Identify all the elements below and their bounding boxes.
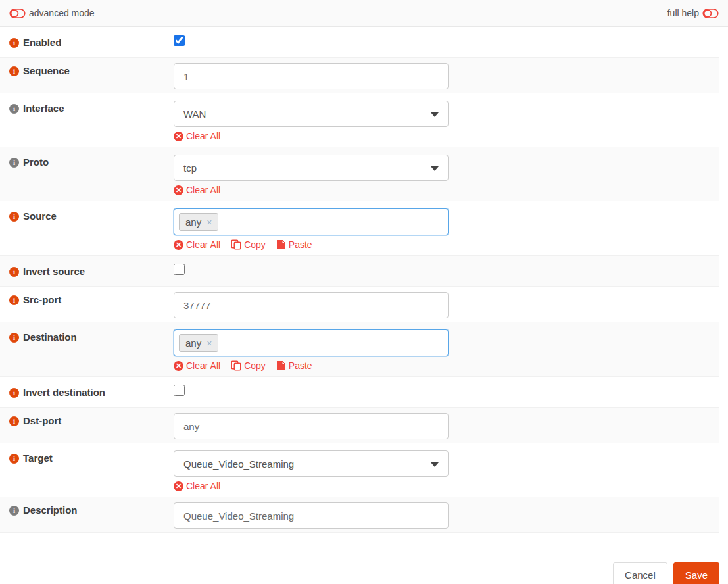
paste-icon bbox=[276, 239, 286, 250]
info-icon[interactable]: i bbox=[9, 38, 19, 48]
target-select[interactable]: Queue_Video_Streaming bbox=[174, 450, 449, 477]
enabled-checkbox[interactable] bbox=[174, 35, 185, 46]
target-label: Target bbox=[23, 452, 53, 465]
enabled-label: Enabled bbox=[23, 36, 61, 49]
interface-selected-value: WAN bbox=[183, 109, 206, 120]
chevron-down-icon bbox=[431, 166, 439, 171]
description-label: Description bbox=[23, 504, 78, 517]
info-icon[interactable]: i bbox=[9, 333, 19, 343]
chevron-down-icon bbox=[431, 112, 439, 117]
info-icon[interactable]: i bbox=[9, 267, 19, 277]
sequence-input[interactable] bbox=[174, 63, 449, 89]
row-enabled: i Enabled bbox=[0, 27, 719, 58]
row-invert-source: i Invert source bbox=[0, 256, 719, 287]
chevron-down-icon bbox=[431, 462, 439, 467]
times-circle-icon: ✕ bbox=[174, 240, 183, 250]
full-help-toggle[interactable]: full help bbox=[667, 8, 719, 19]
footer-actions: Cancel Save bbox=[0, 547, 728, 584]
info-icon[interactable]: i bbox=[9, 454, 19, 464]
times-circle-icon: ✕ bbox=[174, 481, 183, 491]
proto-label: Proto bbox=[23, 156, 49, 169]
field-label-invert-destination: i Invert destination bbox=[0, 385, 174, 399]
row-proto: i Proto tcp ✕ Clear All bbox=[0, 147, 719, 201]
interface-clear-all-link[interactable]: ✕ Clear All bbox=[174, 131, 220, 141]
cancel-button[interactable]: Cancel bbox=[613, 562, 667, 584]
info-icon[interactable]: i bbox=[9, 388, 19, 398]
proto-clear-all-link[interactable]: ✕ Clear All bbox=[174, 185, 220, 195]
paste-icon bbox=[276, 360, 286, 371]
src-port-label: Src-port bbox=[23, 293, 61, 306]
field-label-enabled: i Enabled bbox=[0, 35, 174, 49]
destination-label: Destination bbox=[23, 331, 77, 344]
row-source: i Source any × ✕ Clear All bbox=[0, 201, 719, 256]
row-destination: i Destination any × ✕ Clear All bbox=[0, 322, 719, 377]
source-clear-all-link[interactable]: ✕ Clear All bbox=[174, 239, 220, 250]
invert-destination-label: Invert destination bbox=[23, 386, 105, 399]
times-circle-icon: ✕ bbox=[174, 361, 183, 371]
invert-source-label: Invert source bbox=[23, 265, 85, 278]
row-src-port: i Src-port bbox=[0, 287, 719, 322]
field-label-invert-source: i Invert source bbox=[0, 264, 174, 278]
field-label-description: i Description bbox=[0, 502, 174, 517]
proto-select[interactable]: tcp bbox=[174, 155, 449, 181]
interface-select[interactable]: WAN bbox=[174, 101, 449, 127]
advanced-mode-toggle[interactable]: advanced mode bbox=[9, 8, 95, 19]
dst-port-label: Dst-port bbox=[23, 414, 61, 427]
field-label-proto: i Proto bbox=[0, 155, 174, 169]
source-label: Source bbox=[23, 210, 57, 223]
invert-destination-checkbox[interactable] bbox=[174, 385, 185, 396]
destination-tags-input[interactable]: any × bbox=[174, 329, 449, 356]
advanced-mode-label: advanced mode bbox=[29, 8, 95, 18]
row-dst-port: i Dst-port bbox=[0, 408, 719, 443]
row-target: i Target Queue_Video_Streaming ✕ Clear A… bbox=[0, 443, 719, 497]
interface-label: Interface bbox=[23, 102, 64, 115]
target-clear-all-link[interactable]: ✕ Clear All bbox=[174, 481, 220, 491]
src-port-input[interactable] bbox=[174, 292, 449, 318]
copy-icon bbox=[231, 239, 241, 250]
options-bar: advanced mode full help bbox=[0, 0, 728, 27]
field-label-destination: i Destination bbox=[0, 329, 174, 344]
info-icon[interactable]: i bbox=[9, 416, 19, 426]
rule-edit-form: i Enabled i Sequence i Interface WAN bbox=[0, 27, 719, 533]
times-circle-icon: ✕ bbox=[174, 132, 183, 141]
destination-copy-link[interactable]: Copy bbox=[231, 360, 266, 371]
info-icon[interactable]: i bbox=[9, 66, 19, 76]
tag-remove-icon[interactable]: × bbox=[206, 338, 212, 349]
tag-remove-icon[interactable]: × bbox=[206, 217, 212, 228]
field-label-target: i Target bbox=[0, 450, 174, 465]
times-circle-icon: ✕ bbox=[174, 185, 183, 195]
destination-paste-link[interactable]: Paste bbox=[276, 360, 312, 371]
destination-clear-all-link[interactable]: ✕ Clear All bbox=[174, 360, 220, 371]
tag-chip-label: any bbox=[185, 337, 201, 349]
invert-source-checkbox[interactable] bbox=[174, 264, 185, 275]
field-label-source: i Source bbox=[0, 208, 174, 223]
info-icon[interactable]: i bbox=[9, 295, 19, 305]
full-help-label: full help bbox=[667, 8, 699, 18]
save-button[interactable]: Save bbox=[673, 562, 719, 584]
field-label-dst-port: i Dst-port bbox=[0, 413, 174, 427]
dst-port-input[interactable] bbox=[174, 413, 449, 439]
tag-chip: any × bbox=[179, 334, 218, 352]
description-input[interactable] bbox=[174, 502, 449, 529]
info-icon[interactable]: i bbox=[9, 212, 19, 222]
sequence-label: Sequence bbox=[23, 64, 70, 78]
row-description: i Description bbox=[0, 497, 719, 533]
row-interface: i Interface WAN ✕ Clear All bbox=[0, 93, 719, 147]
info-icon[interactable]: i bbox=[9, 104, 19, 114]
info-icon[interactable]: i bbox=[9, 158, 19, 168]
target-selected-value: Queue_Video_Streaming bbox=[183, 458, 294, 470]
row-sequence: i Sequence bbox=[0, 58, 719, 93]
field-label-src-port: i Src-port bbox=[0, 292, 174, 306]
proto-selected-value: tcp bbox=[183, 162, 197, 174]
row-invert-destination: i Invert destination bbox=[0, 377, 719, 408]
field-label-interface: i Interface bbox=[0, 101, 174, 115]
tag-chip: any × bbox=[179, 213, 218, 231]
toggle-off-icon bbox=[702, 8, 719, 19]
toggle-off-icon bbox=[9, 8, 26, 19]
source-tags-input[interactable]: any × bbox=[174, 208, 449, 235]
source-copy-link[interactable]: Copy bbox=[231, 239, 266, 250]
tag-chip-label: any bbox=[185, 216, 201, 228]
info-icon[interactable]: i bbox=[9, 506, 19, 516]
source-paste-link[interactable]: Paste bbox=[276, 239, 312, 250]
field-label-sequence: i Sequence bbox=[0, 63, 174, 78]
